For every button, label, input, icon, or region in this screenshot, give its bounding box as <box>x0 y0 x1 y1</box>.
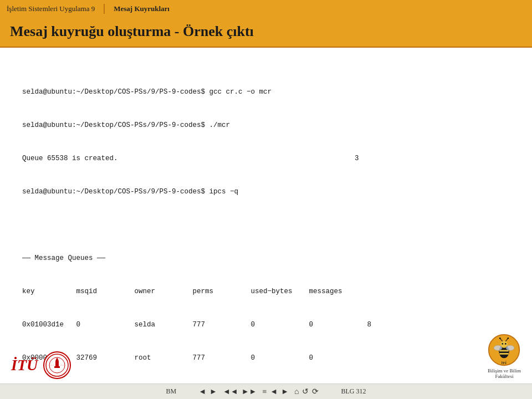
itu-emblem-svg <box>45 353 69 377</box>
terminal-line-8: 0x01003d1e 0 selda 777 0 0 8 <box>22 319 510 330</box>
nav-page-left-icon[interactable]: ◄◄ <box>223 387 238 396</box>
bottom-bar-content: BM ◄ ► ◄◄ ►► ≡ ◄ ► ⌂ ↺ ⟳ BLG 312 <box>166 387 366 396</box>
terminal-line-5 <box>22 219 510 231</box>
svg-point-12 <box>505 343 507 345</box>
itu-text-left: İTÜ <box>11 356 38 374</box>
top-navigation: İşletim Sistemleri Uygulama 9 Mesaj Kuyr… <box>0 0 532 18</box>
nav-list-icon[interactable]: ≡ <box>262 387 267 396</box>
nav-next-icon[interactable]: ► <box>281 387 289 396</box>
page-title: Mesaj kuyruğu oluşturma - Örnek çıktı <box>10 23 522 40</box>
terminal-line-7: key msqid owner perms used−bytes message… <box>22 286 510 297</box>
nav-arrow-right-icon[interactable]: ► <box>209 387 217 396</box>
itu-right-label: Bilişim ve BilimFakültesi <box>488 368 521 379</box>
terminal-line-9: 0x000015b3 32769 root 777 0 0 <box>22 352 510 364</box>
svg-text:İTÜ: İTÜ <box>502 361 507 365</box>
itu-emblem-circle <box>43 351 71 379</box>
svg-rect-8 <box>499 350 509 352</box>
svg-point-14 <box>506 345 514 350</box>
svg-point-16 <box>499 337 501 339</box>
svg-point-18 <box>508 337 509 339</box>
svg-point-11 <box>502 343 503 345</box>
bottom-label-blg: BLG 312 <box>341 387 366 396</box>
terminal-line-6: —— Message Queues —— <box>22 253 510 264</box>
svg-marker-4 <box>55 357 59 361</box>
terminal-line-1: selda@ubuntu:~/Desktop/COS‑PSs/9/PS‑9‑co… <box>22 86 510 98</box>
bottom-bar: BM ◄ ► ◄◄ ►► ≡ ◄ ► ⌂ ↺ ⟳ BLG 312 <box>0 383 532 399</box>
terminal-line-4: selda@ubuntu:~/Desktop/COS‑PSs/9/PS‑9‑co… <box>22 186 510 197</box>
nav-course-title: İşletim Sistemleri Uygulama 9 <box>7 4 95 13</box>
svg-point-13 <box>494 345 502 350</box>
bottom-nav-icons: ◄ ► ◄◄ ►► ≡ ◄ ► ⌂ ↺ ⟳ <box>198 387 319 396</box>
svg-rect-9 <box>499 353 509 355</box>
bottom-label-bm: BM <box>166 387 177 396</box>
nav-search-icon[interactable]: ↺ <box>302 387 309 396</box>
nav-arrow-left-icon[interactable]: ◄ <box>198 387 206 396</box>
nav-zoom-icon[interactable]: ⟳ <box>312 387 319 396</box>
nav-prev-icon[interactable]: ◄ <box>270 387 278 396</box>
nav-home-icon[interactable]: ⌂ <box>294 387 299 396</box>
terminal-line-3: Queue 65538 is created. 3 <box>22 153 510 164</box>
itu-logo-right: İTÜ Bilişim ve BilimFakültesi <box>488 334 521 379</box>
terminal-line-2: selda@ubuntu:~/Desktop/COS‑PSs/9/PS‑9‑co… <box>22 120 510 131</box>
itu-logo-left: İTÜ <box>11 351 71 379</box>
nav-separator <box>104 4 105 14</box>
nav-page-right-icon[interactable]: ►► <box>242 387 257 396</box>
svg-rect-3 <box>54 366 60 368</box>
itu-bee-logo: İTÜ <box>488 334 521 367</box>
terminal-output: selda@ubuntu:~/Desktop/COS‑PSs/9/PS‑9‑co… <box>22 64 510 399</box>
nav-topic-title: Mesaj Kuyrukları <box>114 4 170 13</box>
main-content: selda@ubuntu:~/Desktop/COS‑PSs/9/PS‑9‑co… <box>0 48 532 399</box>
title-bar: Mesaj kuyruğu oluşturma - Örnek çıktı <box>0 18 532 48</box>
